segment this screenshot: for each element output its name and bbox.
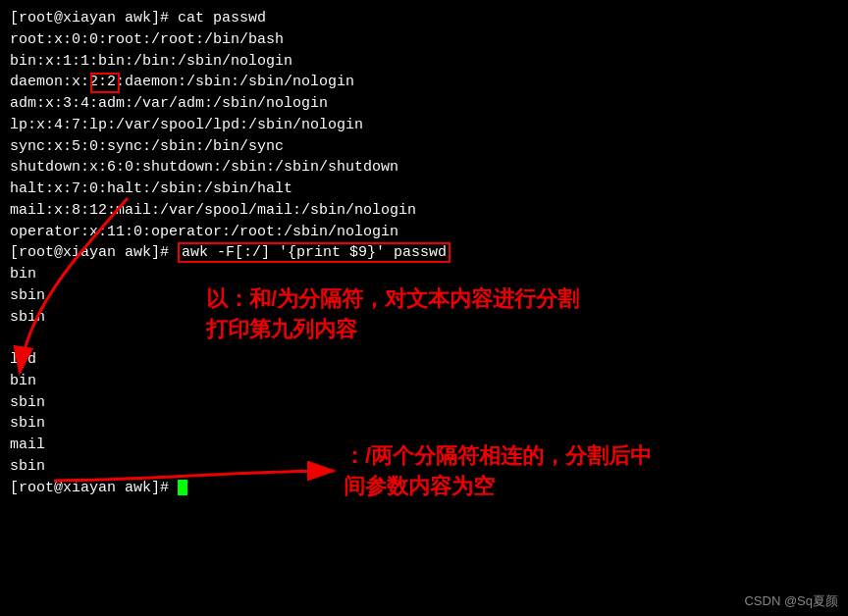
line-7: sync:x:5:0:sync:/sbin:/bin/sync [10, 136, 838, 158]
terminal-window: [root@xiayan awk]# cat passwd root:x:0:0… [0, 0, 848, 506]
line-11: operator:x:11:0:operator:/root:/sbin/nol… [10, 222, 838, 243]
line-3: bin:x:1:1:bin:/bin:/sbin/nologin [10, 51, 838, 73]
output-10: sbin [10, 456, 838, 478]
cursor [178, 480, 187, 495]
output-9: mail [10, 435, 838, 456]
line-5: adm:x:3:4:adm:/var/adm:/sbin/nologin [10, 93, 838, 115]
output-6: bin [10, 371, 838, 392]
watermark: CSDN @Sq夏颜 [744, 592, 838, 610]
last-prompt: [root@xiayan awk]# [10, 478, 838, 499]
output-8: sbin [10, 413, 838, 435]
line-6: lp:x:4:7:lp:/var/spool/lpd:/sbin/nologin [10, 115, 838, 136]
output-5: lpd [10, 349, 838, 371]
line-10: mail:x:8:12:mail:/var/spool/mail:/sbin/n… [10, 200, 838, 222]
line-8: shutdown:x:6:0:shutdown:/sbin:/sbin/shut… [10, 157, 838, 179]
command-highlight: awk -F[:/] '{print $9}' passwd [178, 242, 450, 263]
line-cmd: [root@xiayan awk]# awk -F[:/] '{print $9… [10, 242, 838, 264]
output-1: bin [10, 264, 838, 285]
line-9: halt:x:7:0:halt:/sbin:/sbin/halt [10, 179, 838, 200]
output-2: sbin [10, 285, 838, 307]
output-4 [10, 328, 838, 349]
output-3: sbin [10, 307, 838, 329]
output-7: sbin [10, 392, 838, 414]
line-1: [root@xiayan awk]# cat passwd [10, 8, 838, 29]
line-4: daemon:x:2:2:daemon:/sbin:/sbin/nologin [10, 72, 838, 93]
line-2: root:x:0:0:root:/root:/bin/bash [10, 29, 838, 51]
